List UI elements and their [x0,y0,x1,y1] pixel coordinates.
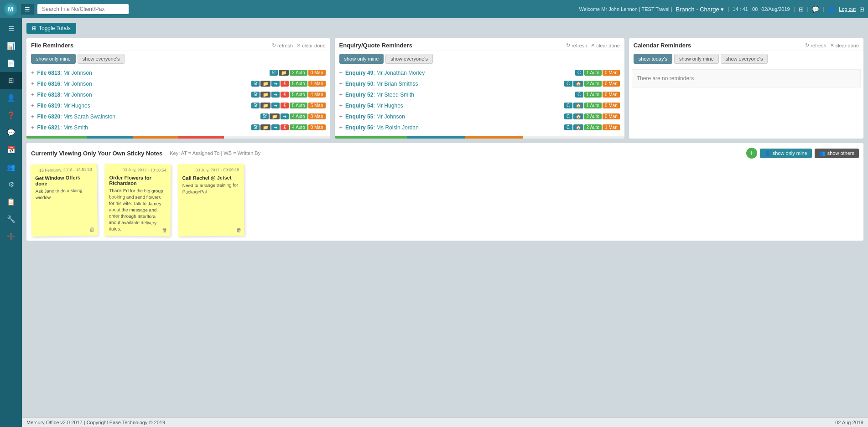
expand-icon[interactable]: + [339,102,343,109]
sticky-note[interactable]: 03 July, 2017 - 09:00:19 Call Rachel @ J… [177,164,244,236]
badge: 📁 [260,124,270,130]
expand-icon[interactable]: + [31,113,35,120]
sidebar-item-help[interactable]: ❓ [0,107,22,124]
reminder-link[interactable]: File 6816: Mr Johnson [37,81,251,87]
reminder-link[interactable]: File 6821: Mrs Smith [37,124,251,131]
enquiry-reminders-refresh-button[interactable]: ↻ refresh [566,42,587,48]
badge: 🏠 [573,81,583,87]
file-reminders-scrollbar[interactable] [26,136,330,139]
enquiry-reminder-row[interactable]: + Enquiry 52: Mr Steed Smith C1 Auto0 Ma… [339,89,620,100]
sticky-note-delete-button[interactable]: 🗑 [162,227,167,233]
expand-icon[interactable]: + [31,80,35,87]
calendar-reminders-tab-mine[interactable]: show only mine [674,54,719,64]
calendar-reminders-tab-everyone[interactable]: show everyone's [721,54,768,64]
enquiry-reminder-row[interactable]: + Enquiry 55: Mr Johnson C🏠2 Auto0 Man [339,111,620,122]
enquiry-reminders-tab-everyone[interactable]: show everyone's [385,54,433,64]
sidebar-item-people[interactable]: 👥 [0,159,22,176]
sticky-note[interactable]: 15 February, 2018 - 13:51:53 Get Window … [31,164,98,237]
expand-icon[interactable]: + [31,124,35,131]
enquiry-reminder-row[interactable]: + Enquiry 54: Mr Hughes C🏠1 Auto0 Man [339,100,620,111]
reminder-link[interactable]: File 6813: Mr Johnson [37,70,270,76]
badge: 5f [251,81,260,87]
user-icon-button[interactable]: 👤 [828,6,835,13]
search-input[interactable] [37,4,129,14]
expand-icon[interactable]: + [339,91,343,98]
file-reminders-clear-button[interactable]: ✕ clear done [296,42,325,48]
panels-row: File Reminders ↻ refresh ✕ clear done sh… [26,38,863,139]
file-reminders-refresh-button[interactable]: ↻ refresh [272,42,293,48]
reminder-link[interactable]: File 6818: Mr Johnson [37,92,251,98]
file-reminders-header: File Reminders ↻ refresh ✕ clear done [26,38,330,51]
logout-button[interactable]: Log out [839,6,856,12]
sidebar-item-calendar[interactable]: 📅 [0,141,22,159]
reminder-link[interactable]: Enquiry 55: Mr Johnson [345,113,564,120]
file-reminders-tab-everyone[interactable]: show everyone's [78,54,125,64]
enquiry-reminder-row[interactable]: + Enquiry 56: Ms Roisin Jordan C🏠2 Auto1… [339,122,620,133]
reminder-link[interactable]: Enquiry 50: Mr Brian Smithss [345,81,564,87]
sticky-note-delete-button[interactable]: 🗑 [236,226,242,233]
file-reminder-row[interactable]: + File 6820: Mrs Sarah Swainston 5f📁➜4 A… [31,111,326,122]
file-reminder-row[interactable]: + File 6816: Mr Johnson 5f📁➜£5 Auto1 Man [31,78,326,89]
change-branch-button[interactable]: Branch - Charge ▾ [676,6,724,13]
badge: £ [281,124,289,130]
chat-icon-button[interactable]: 💬 [812,6,819,13]
expand-icon[interactable]: + [339,80,343,87]
navbar-menu-button[interactable]: ☰ [21,4,34,15]
file-reminder-row[interactable]: + File 6818: Mr Johnson 5f📁➜£5 Auto4 Man [31,89,326,100]
sidebar-item-clients[interactable]: 👤 [0,89,22,107]
apps-icon-button[interactable]: ⊞ [859,6,864,13]
expand-icon[interactable]: + [31,102,35,109]
sticky-show-mine-button[interactable]: 👤 show only mine [760,149,812,158]
sticky-show-others-button[interactable]: 👥 show others [815,149,859,158]
enquiry-reminders-tabs: show only mine show everyone's [335,51,624,67]
expand-icon[interactable]: + [31,69,35,76]
sidebar-item-messages[interactable]: 💬 [0,124,22,141]
reminder-link[interactable]: File 6820: Mrs Sarah Swainston [37,113,260,120]
enquiry-reminders-tab-mine[interactable]: show only mine [339,54,384,64]
enquiry-reminder-row[interactable]: + Enquiry 50: Mr Brian Smithss C🏠2 Auto0… [339,78,620,89]
badge: 1 Man [603,124,620,130]
expand-icon[interactable]: + [339,69,343,76]
reminder-link[interactable]: Enquiry 56: Ms Roisin Jordan [345,124,564,131]
sticky-note-delete-button[interactable]: 🗑 [89,226,95,233]
expand-icon[interactable]: + [31,91,35,98]
calendar-reminders-refresh-button[interactable]: ↻ refresh [805,42,826,48]
sidebar-item-dashboard[interactable]: 📊 [0,37,22,55]
expand-icon[interactable]: + [339,113,343,120]
sidebar-item-menu[interactable]: ☰ [0,20,22,37]
calendar-reminders-clear-button[interactable]: ✕ clear done [830,42,859,48]
toggle-totals-button[interactable]: ⊞ Toggle Totals [26,23,76,34]
reminder-link[interactable]: Enquiry 54: Mr Hughes [345,103,564,109]
reminder-link[interactable]: File 6819: Mr Hughes [37,103,251,109]
badge: 📁 [270,113,280,119]
sidebar-item-grid[interactable]: ⊞ [0,72,22,89]
sticky-note-date: 03 July, 2017 - 10:10:54 [109,167,166,172]
enquiry-reminders-scrollbar[interactable] [335,136,624,139]
file-reminder-row[interactable]: + File 6821: Mrs Smith 5f📁➜£4 Auto0 Man [31,122,326,133]
sticky-add-button[interactable]: + [746,148,757,159]
badge: 5f [251,124,260,130]
sidebar-item-files[interactable]: 📄 [0,55,22,72]
badge: 🏠 [573,113,583,119]
grid-icon-button[interactable]: ⊞ [799,6,804,13]
sidebar-item-tools[interactable]: 🔧 [0,211,22,228]
sidebar-item-reports[interactable]: 📋 [0,193,22,211]
badge: C [575,70,583,76]
file-reminder-row[interactable]: + File 6819: Mr Hughes 5f📁➜£5 Auto5 Man [31,100,326,111]
reminder-link[interactable]: Enquiry 52: Mr Steed Smith [345,92,575,98]
expand-icon[interactable]: + [339,124,343,131]
sticky-note[interactable]: 03 July, 2017 - 10:10:54 Order Flowers f… [104,164,171,236]
reminder-link[interactable]: Enquiry 49: Mr Jonathan Morley [345,70,575,76]
file-reminders-tab-mine[interactable]: show only mine [31,54,76,64]
enquiry-reminder-row[interactable]: + Enquiry 49: Mr Jonathan Morley C1 Auto… [339,67,620,78]
calendar-reminders-tab-today[interactable]: show today's [634,54,672,64]
file-reminder-row[interactable]: + File 6813: Mr Johnson 5f📁2 Auto0 Man [31,67,326,78]
sidebar-item-settings[interactable]: ⚙ [0,176,22,193]
sidebar-item-add[interactable]: ➕ [0,228,22,245]
sticky-note-body: Ask Jane to do a skiing window [36,187,93,201]
badge: ➜ [271,81,280,87]
enquiry-reminders-clear-button[interactable]: ✕ clear done [591,42,619,48]
reminder-badges: C🏠1 Auto0 Man [564,103,620,108]
reminder-badges: C1 Auto0 Man [575,70,620,76]
badge: 5f [270,70,278,76]
